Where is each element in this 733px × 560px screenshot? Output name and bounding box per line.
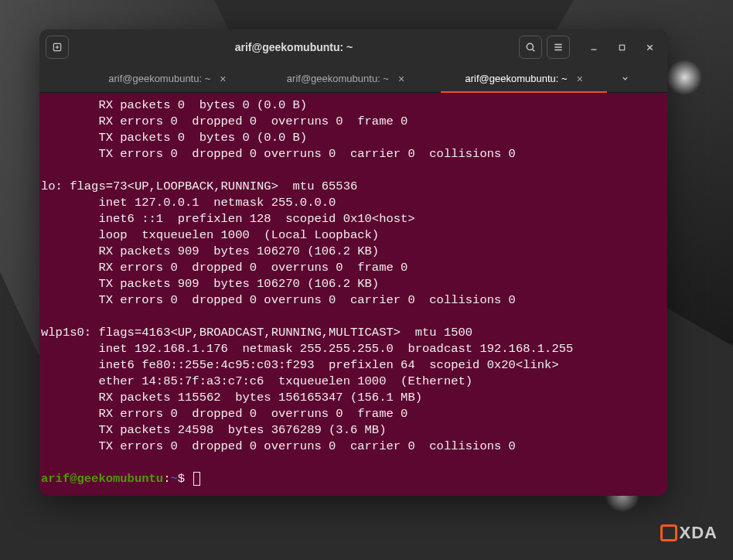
svg-point-3 [527, 43, 533, 50]
titlebar: arif@geekomubuntu: ~ [39, 29, 667, 65]
tab-label: arif@geekomubuntu: ~ [287, 73, 389, 84]
terminal-output[interactable]: RX packets 0 bytes 0 (0.0 B) RX errors 0… [39, 93, 667, 496]
close-icon [645, 43, 655, 53]
ifconfig-output-fragment: RX packets 0 bytes 0 (0.0 B) RX errors 0… [41, 98, 516, 161]
tab-label: arif@geekomubuntu: ~ [108, 73, 210, 84]
window-title: arif@geekomubuntu: ~ [75, 41, 513, 53]
lens-flare [665, 58, 704, 97]
tab-3[interactable]: arif@geekomubuntu: ~ × [435, 65, 613, 92]
tab-close-button[interactable]: × [220, 73, 226, 84]
hamburger-icon [553, 42, 564, 53]
search-button[interactable] [519, 36, 542, 59]
xda-logo-icon [660, 524, 677, 541]
prompt-path: ~ [170, 472, 177, 486]
cursor [193, 472, 200, 486]
tabbar: arif@geekomubuntu: ~ × arif@geekomubuntu… [39, 65, 667, 93]
tab-2[interactable]: arif@geekomubuntu: ~ × [257, 65, 435, 92]
maximize-icon [618, 43, 626, 52]
chevron-down-icon [621, 74, 629, 83]
new-tab-button[interactable] [46, 36, 69, 59]
svg-rect-9 [619, 45, 624, 50]
prompt-symbol: $ [178, 472, 185, 486]
tab-1[interactable]: arif@geekomubuntu: ~ × [78, 65, 257, 92]
xda-watermark: XDA [660, 523, 718, 543]
maximize-button[interactable] [610, 36, 633, 59]
tab-close-button[interactable]: × [398, 73, 404, 84]
new-tab-icon [52, 42, 63, 53]
ifconfig-output-lo: lo: flags=73<UP,LOOPBACK,RUNNING> mtu 65… [41, 179, 516, 307]
tab-label: arif@geekomubuntu: ~ [465, 73, 568, 84]
close-button[interactable] [638, 36, 661, 59]
tab-close-button[interactable]: × [577, 73, 583, 84]
prompt-user: arif@geekomubuntu [41, 472, 163, 486]
terminal-window: arif@geekomubuntu: ~ arif@geekomubuntu: … [39, 29, 667, 496]
minimize-icon [589, 43, 598, 52]
search-icon [525, 42, 536, 53]
minimize-button[interactable] [582, 36, 605, 59]
svg-line-4 [533, 50, 535, 52]
tabs-dropdown-button[interactable] [613, 65, 636, 92]
ifconfig-output-wlp1s0: wlp1s0: flags=4163<UP,BROADCAST,RUNNING,… [41, 326, 573, 453]
xda-text: XDA [680, 523, 718, 543]
menu-button[interactable] [547, 36, 570, 59]
